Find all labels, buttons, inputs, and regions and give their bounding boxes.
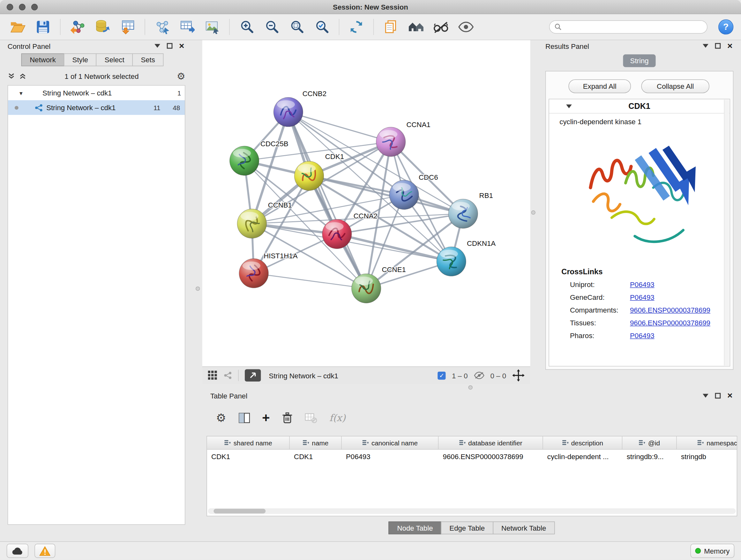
network-edge[interactable] xyxy=(254,273,366,288)
minimize-window-button[interactable] xyxy=(19,4,25,10)
import-network-file-button[interactable] xyxy=(67,17,88,37)
tissues-link[interactable]: 9606.ENSP00000378699 xyxy=(630,319,711,327)
birds-eye-crosshair-icon[interactable] xyxy=(512,369,525,382)
table-horizontal-scrollbar[interactable] xyxy=(208,508,736,514)
network-node-ccne1[interactable]: CCNE1 xyxy=(352,266,406,303)
apply-layout-button[interactable] xyxy=(346,17,367,37)
zoom-in-button[interactable] xyxy=(236,17,257,37)
tab-style[interactable]: Style xyxy=(64,53,97,66)
show-all-button[interactable] xyxy=(456,17,476,37)
network-node-ccna1[interactable]: CCNA1 xyxy=(376,121,430,157)
share-view-icon[interactable] xyxy=(223,371,232,380)
expand-all-button[interactable]: Expand All xyxy=(568,79,630,93)
collapse-all-button[interactable]: Collapse All xyxy=(642,79,710,93)
network-node-cdkn1a[interactable]: CDKN1A xyxy=(436,240,495,276)
pharos-link[interactable]: P06493 xyxy=(630,331,655,339)
import-table-button[interactable] xyxy=(117,17,138,37)
help-button[interactable]: ? xyxy=(718,19,733,35)
add-column-icon[interactable]: + xyxy=(262,412,270,424)
column-header-namespace[interactable]: namespace xyxy=(677,436,738,449)
show-columns-icon[interactable] xyxy=(239,413,250,423)
column-header-database-identifier[interactable]: database identifier xyxy=(439,436,543,449)
zoom-window-button[interactable] xyxy=(31,4,38,10)
cell-canonical-name[interactable]: P06493 xyxy=(342,452,439,460)
memory-button[interactable]: Memory xyxy=(690,544,734,558)
splitter-handle[interactable] xyxy=(531,210,535,214)
hide-selected-button[interactable] xyxy=(430,17,451,37)
close-window-button[interactable] xyxy=(7,4,13,10)
export-table-button[interactable] xyxy=(177,17,198,37)
network-edge[interactable] xyxy=(288,112,366,288)
column-header-name[interactable]: name xyxy=(290,436,342,449)
detach-view-button[interactable] xyxy=(245,369,261,382)
genecard-link[interactable]: P06493 xyxy=(630,293,655,301)
save-session-button[interactable] xyxy=(32,17,53,37)
cell-id[interactable]: stringdb:9... xyxy=(622,452,677,460)
tab-edge-table[interactable]: Edge Table xyxy=(441,521,493,534)
float-panel-icon[interactable] xyxy=(167,43,173,49)
close-panel-icon[interactable]: × xyxy=(727,393,732,399)
table-row[interactable]: CDK1 CDK1 P06493 9606.ENSP00000378699 cy… xyxy=(207,449,738,462)
splitter-handle[interactable] xyxy=(468,385,473,389)
cell-database-identifier[interactable]: 9606.ENSP00000378699 xyxy=(439,452,543,460)
tab-network-table[interactable]: Network Table xyxy=(493,521,555,534)
open-session-button[interactable] xyxy=(8,17,28,37)
delete-column-trash-icon[interactable] xyxy=(282,412,293,424)
network-canvas[interactable]: CCNB2CCNA1CDC25BCDK1CDC6RB1CCNB1CCNA2CDK… xyxy=(202,40,530,367)
network-node-cdk1[interactable]: CDK1 xyxy=(294,152,344,191)
network-node-hist1h1a[interactable]: HIST1H1A xyxy=(239,252,297,288)
network-row[interactable]: String Network – cdk1 11 48 xyxy=(8,100,185,115)
cybrowser-home-button[interactable] xyxy=(406,17,426,37)
cell-shared-name[interactable]: CDK1 xyxy=(207,452,290,460)
selected-nodes-checkbox[interactable]: ✓ xyxy=(438,371,446,379)
network-graph[interactable]: CCNB2CCNA1CDC25BCDK1CDC6RB1CCNB1CCNA2CDK… xyxy=(202,40,530,367)
network-node-rb1[interactable]: RB1 xyxy=(448,192,493,228)
section-expander-icon[interactable] xyxy=(566,105,572,108)
zoom-fit-button[interactable] xyxy=(286,17,307,37)
expand-all-icon[interactable] xyxy=(19,72,26,80)
uniprot-link[interactable]: P06493 xyxy=(630,280,655,288)
zoom-out-button[interactable] xyxy=(261,17,282,37)
network-collection-row[interactable]: ▼ String Network – cdk1 1 xyxy=(8,85,185,100)
network-options-gear-icon[interactable]: ⚙ xyxy=(177,71,185,81)
panel-menu-icon[interactable] xyxy=(703,44,709,48)
table-settings-gear-icon[interactable]: ⚙ xyxy=(216,413,226,423)
results-scrollbar[interactable] xyxy=(724,100,729,365)
string-results-tab[interactable]: String xyxy=(623,54,656,67)
column-header-description[interactable]: description xyxy=(543,436,623,449)
column-header-id[interactable]: @id xyxy=(622,436,677,449)
control-panel-title: Control Panel xyxy=(8,42,51,50)
cell-name[interactable]: CDK1 xyxy=(290,452,342,460)
warnings-button[interactable] xyxy=(35,544,55,558)
panel-menu-icon[interactable] xyxy=(703,394,709,398)
float-panel-icon[interactable] xyxy=(715,43,721,49)
tab-select[interactable]: Select xyxy=(96,53,133,66)
cell-description[interactable]: cyclin-dependent ... xyxy=(543,452,623,460)
collection-expander-icon[interactable]: ▼ xyxy=(18,90,23,96)
zoom-selected-button[interactable] xyxy=(312,17,332,37)
cell-namespace[interactable]: stringdb xyxy=(677,452,738,460)
close-panel-icon[interactable]: × xyxy=(179,43,184,49)
export-image-button[interactable] xyxy=(202,17,222,37)
column-header-canonical-name[interactable]: canonical name xyxy=(342,436,439,449)
search-box[interactable] xyxy=(549,20,708,34)
tab-node-table[interactable]: Node Table xyxy=(389,521,441,534)
search-input[interactable] xyxy=(565,23,702,31)
compartments-link[interactable]: 9606.ENSP00000378699 xyxy=(630,306,711,314)
open-recent-button[interactable] xyxy=(381,17,401,37)
grid-view-icon[interactable] xyxy=(208,371,218,380)
cloud-status-button[interactable] xyxy=(7,544,28,558)
network-edge[interactable] xyxy=(288,112,391,142)
scrollbar-thumb[interactable] xyxy=(213,509,266,513)
collapse-all-icon[interactable] xyxy=(8,72,15,80)
gene-section-header[interactable]: CDK1 xyxy=(549,99,730,113)
float-panel-icon[interactable] xyxy=(715,393,721,399)
new-network-from-selection-button[interactable] xyxy=(151,17,172,37)
column-header-shared-name[interactable]: shared name xyxy=(207,436,290,449)
panel-menu-icon[interactable] xyxy=(154,44,160,48)
close-panel-icon[interactable]: × xyxy=(727,43,732,49)
tab-sets[interactable]: Sets xyxy=(132,53,164,66)
import-network-database-button[interactable] xyxy=(92,17,113,37)
splitter-handle[interactable] xyxy=(196,287,200,291)
tab-network[interactable]: Network xyxy=(21,53,64,66)
